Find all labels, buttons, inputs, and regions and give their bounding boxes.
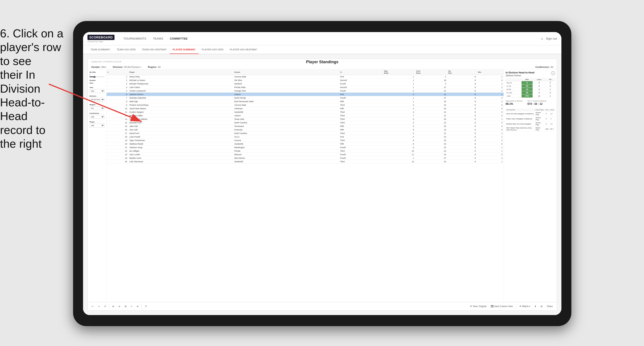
filter-gender-section: Gender Men — [90, 79, 104, 84]
cell-reg: 3 — [383, 103, 415, 107]
t-score: 18-1 — [550, 127, 555, 132]
tournament-row: SEC Match Play hosted by Jerry Pate Roun… — [506, 127, 555, 132]
tournament-row: Amer Ari Intercollegiate Invitational St… — [506, 111, 555, 116]
table-row[interactable]: 22 Ian Gilligan Florida Third 10 24 8 1 — [106, 149, 504, 153]
cell-rds: 8 — [447, 132, 477, 135]
cell-yr: First — [339, 93, 383, 96]
cell-num: 21 — [106, 146, 128, 149]
sign-out-btn[interactable]: Sign out — [546, 36, 557, 41]
toolbar-clock[interactable]: ⏱ — [144, 305, 148, 308]
table-row[interactable]: 24 Bastien Amat New Mexico Fourth 1 27 8… — [106, 156, 504, 160]
h2h-title: In Division Head-to-Head — [506, 71, 534, 74]
col-yr: Yr — [339, 69, 383, 75]
table-row[interactable]: 3 Michael Thorbjornsen Stanford Fourth 1… — [106, 82, 504, 86]
cell-yr: First — [339, 75, 383, 78]
table-row[interactable]: 18 Luke Powell UCLA First 4 24 8 1 — [106, 135, 504, 139]
table-row[interactable]: 19 Tiger Christensen Arizona Third 8 23 … — [106, 139, 504, 142]
cell-num: 1 — [106, 75, 128, 78]
cell-reg: 4 — [383, 110, 415, 114]
sub-nav-player-h2h-grid[interactable]: PLAYER H2H GRID — [199, 45, 226, 54]
table-row[interactable]: 1 Wenyi Ding Arizona State First 1 1 8 1 — [106, 75, 504, 78]
table-row[interactable]: 17 David Ford North Carolina Third 4 21 … — [106, 132, 504, 135]
view-original-btn[interactable]: 👁 View: Original — [468, 305, 488, 308]
cell-num: 4 — [106, 86, 128, 89]
cell-school: Texas A&M — [233, 117, 339, 121]
filter-year-select[interactable]: (All) — [90, 89, 104, 93]
sub-nav-player-summary[interactable]: PLAYER SUMMARY — [170, 45, 199, 54]
table-row[interactable]: 7 Nicholas Gabrelcik North Florida Fourt… — [106, 96, 504, 100]
table-row[interactable]: 10 Jacob New Diease Arkansas Fifth 4 25 … — [106, 107, 504, 110]
table-row[interactable]: 15 Jake Hall Tennessee Fifth 5 25 8 0 — [106, 125, 504, 128]
t-score: -7 — [550, 116, 555, 121]
cell-player: Wenyi Ding — [128, 75, 233, 78]
cell-rds: 8 — [447, 142, 477, 146]
cell-rds: 8 — [447, 86, 477, 89]
sub-nav-team-h2h-heatmap[interactable]: TEAM H2H HEATMAP — [139, 45, 170, 54]
range-slider[interactable] — [90, 76, 104, 77]
cell-player: Ian Gilligan — [128, 149, 233, 153]
sub-nav-team-summary[interactable]: TEAM SUMMARY — [88, 45, 114, 54]
toolbar-icon2[interactable]: ⊞ — [539, 305, 544, 308]
toolbar-undo[interactable]: ↩ — [90, 305, 95, 308]
toolbar-refresh[interactable]: ↺ — [103, 305, 107, 308]
cell-yr: Fourth — [339, 153, 383, 156]
table-row[interactable]: 20 Matthew Riedel Vanderbilt Fifth 8 20 … — [106, 142, 504, 146]
table-row[interactable]: 2 Michael La Sasse Ole Miss Second 1 18 … — [106, 78, 504, 82]
table-row[interactable]: 21 Taehoon Song Washington Fourth 6 23 8… — [106, 146, 504, 149]
table-row[interactable]: 11 Gordon Sargent Vanderbilt Third 4 21 … — [106, 110, 504, 114]
share-btn[interactable]: Share — [546, 305, 554, 308]
table-row[interactable]: 13 Phachakorn Malchin Texas A&M Third 6 … — [106, 117, 504, 121]
h2h-close-btn[interactable]: × — [551, 71, 555, 75]
filter-conference-select[interactable]: (All) — [90, 115, 104, 119]
cell-school: Ole Miss — [233, 78, 339, 82]
table-row[interactable]: 9 Preston Summerhays Arizona State Third… — [106, 103, 504, 107]
table-row[interactable]: 8 Mats Ege East Tennessee State Fifth 1 … — [106, 100, 504, 103]
cell-player: Michael La Sasse — [128, 78, 233, 82]
watch-btn[interactable]: 👁 Watch ▾ — [518, 305, 532, 308]
toolbar-zoom-in[interactable]: ⊕ — [111, 305, 116, 308]
save-custom-view-btn[interactable]: 💾 Save Custom View — [490, 305, 514, 308]
toolbar-zoom-out[interactable]: ⊖ — [117, 305, 122, 308]
sub-nav-team-h2h-grid[interactable]: TEAM H2H GRID — [114, 45, 139, 54]
cell-player: Michael Thorbjornsen — [128, 82, 233, 86]
table-row[interactable]: 4 Luke Claton Florida State Second 1 27 … — [106, 86, 504, 89]
cell-school: Vanderbilt — [233, 160, 339, 163]
table-row[interactable]: 23 Jack Lundin Missouri Fourth 11 24 8 0 — [106, 153, 504, 156]
toolbar-add[interactable]: ⊕ — [135, 305, 140, 308]
cell-player: Maxwell Ford — [128, 121, 233, 125]
cell-player: Jake Hall — [128, 125, 233, 128]
table-row[interactable]: 14 Maxwell Ford North Carolina Third 4 2… — [106, 121, 504, 125]
h2h-row-loss: 9 — [532, 84, 546, 88]
filter-player-select[interactable]: (All) — [90, 124, 104, 127]
nav-tournaments[interactable]: TOURNAMENTS — [123, 36, 146, 41]
table-row[interactable]: 6 Jackson Koivun Auburn First 2 11 8 1 — [106, 93, 504, 96]
toolbar-redo[interactable]: ↪ — [96, 305, 101, 308]
cell-rds: 8 — [447, 93, 477, 96]
cell-player: Cole Sherwood — [128, 160, 233, 163]
cell-num: 23 — [106, 153, 128, 156]
h2h-col-loss: Loss — [532, 78, 546, 81]
table-row[interactable]: 25 Cole Sherwood Vanderbilt Third 12 23 … — [106, 160, 504, 163]
toolbar-fit[interactable]: ⊞ — [123, 305, 128, 308]
h2h-row-win: 578 — [522, 94, 532, 98]
table-area: # Player School Yr RegRank ConfRank No.R… — [106, 69, 504, 302]
cell-rds: 8 — [447, 89, 477, 93]
filter-division-select[interactable]: NCAA Division I — [90, 98, 104, 102]
col-num: # — [106, 69, 128, 75]
table-row[interactable]: 16 Alex Goff Kentucky Fifth 8 19 8 0 — [106, 128, 504, 132]
nav-committee[interactable]: COMMITTEE — [170, 36, 188, 41]
cell-rds: 8 — [447, 96, 477, 100]
t-pos: Win — [545, 127, 550, 132]
sub-nav-player-h2h-heatmap[interactable]: PLAYER H2H HEATMAP — [226, 45, 260, 54]
cell-conf: 1 — [415, 75, 447, 78]
toolbar-filter[interactable]: ≡ — [130, 305, 134, 308]
nav-teams[interactable]: TEAMS — [153, 36, 163, 41]
filter-player-label: Player — [90, 121, 104, 123]
cell-rds: 8 — [447, 82, 477, 86]
table-row[interactable]: 5 Christo Lamprecht Georgia Tech Fourth … — [106, 89, 504, 93]
filter-region-select[interactable]: N/a — [90, 106, 104, 110]
table-row[interactable]: 12 Brendan Valles Auburn Third 7 21 8 0 — [106, 114, 504, 117]
cell-school: Auburn — [233, 114, 339, 117]
toolbar-icon1[interactable]: ⬆ — [533, 305, 538, 308]
filter-gender: Gender: Men — [91, 66, 106, 68]
